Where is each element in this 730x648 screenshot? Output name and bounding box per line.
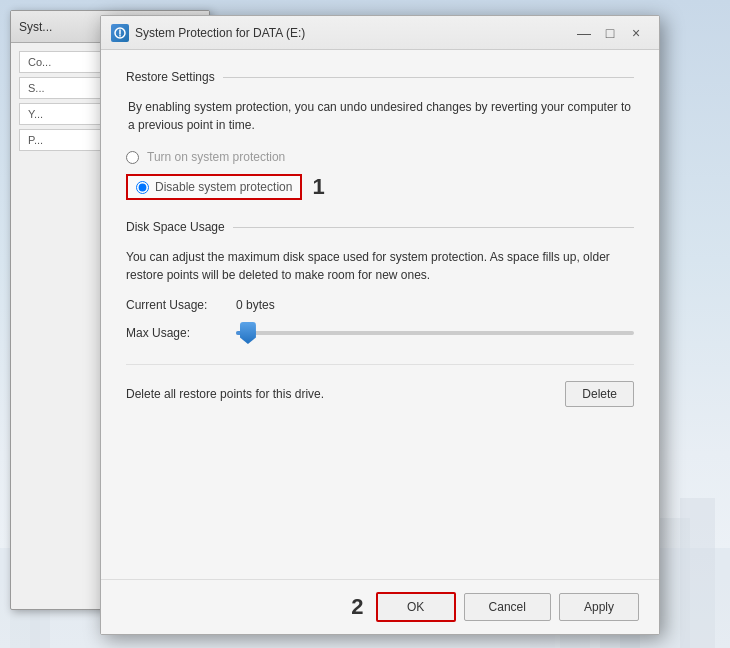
section-divider xyxy=(223,77,634,78)
disk-description: You can adjust the maximum disk space us… xyxy=(126,248,634,284)
radio-turn-on-label[interactable]: Turn on system protection xyxy=(147,150,285,164)
cancel-button[interactable]: Cancel xyxy=(464,593,551,621)
disk-section-divider xyxy=(233,227,634,228)
close-button[interactable]: × xyxy=(623,22,649,44)
restore-settings-header: Restore Settings xyxy=(126,70,634,84)
minimize-button[interactable]: — xyxy=(571,22,597,44)
delete-button[interactable]: Delete xyxy=(565,381,634,407)
dialog-content: Restore Settings By enabling system prot… xyxy=(101,50,659,579)
max-usage-row: Max Usage: xyxy=(126,326,634,340)
restore-settings-title: Restore Settings xyxy=(126,70,215,84)
maximize-button[interactable]: □ xyxy=(597,22,623,44)
slider-track xyxy=(236,331,634,335)
bg-window-title: Syst... xyxy=(19,20,52,34)
radio-turn-on-option[interactable]: Turn on system protection xyxy=(126,150,634,164)
max-usage-label: Max Usage: xyxy=(126,326,236,340)
dialog-icon xyxy=(111,24,129,42)
disk-space-title: Disk Space Usage xyxy=(126,220,225,234)
current-usage-value: 0 bytes xyxy=(236,298,275,312)
delete-text: Delete all restore points for this drive… xyxy=(126,387,324,401)
slider-thumb[interactable] xyxy=(240,322,256,344)
svg-rect-6 xyxy=(680,498,715,648)
current-usage-label: Current Usage: xyxy=(126,298,236,312)
disk-space-header: Disk Space Usage xyxy=(126,220,634,234)
radio-disable[interactable] xyxy=(136,181,149,194)
disable-protection-highlight: Disable system protection xyxy=(126,174,302,200)
system-protection-dialog: System Protection for DATA (E:) — □ × Re… xyxy=(100,15,660,635)
current-usage-row: Current Usage: 0 bytes xyxy=(126,298,634,312)
dialog-title: System Protection for DATA (E:) xyxy=(135,26,571,40)
radio-disable-label[interactable]: Disable system protection xyxy=(155,180,292,194)
dialog-titlebar: System Protection for DATA (E:) — □ × xyxy=(101,16,659,50)
ok-button[interactable]: OK xyxy=(376,592,456,622)
disk-space-section: Disk Space Usage You can adjust the maxi… xyxy=(126,220,634,407)
restore-description: By enabling system protection, you can u… xyxy=(126,98,634,134)
delete-row: Delete all restore points for this drive… xyxy=(126,364,634,407)
step-2-number: 2 xyxy=(351,594,363,620)
dialog-footer: 2 OK Cancel Apply xyxy=(101,579,659,634)
step-1-number: 1 xyxy=(312,174,324,200)
apply-button[interactable]: Apply xyxy=(559,593,639,621)
radio-turn-on[interactable] xyxy=(126,151,139,164)
